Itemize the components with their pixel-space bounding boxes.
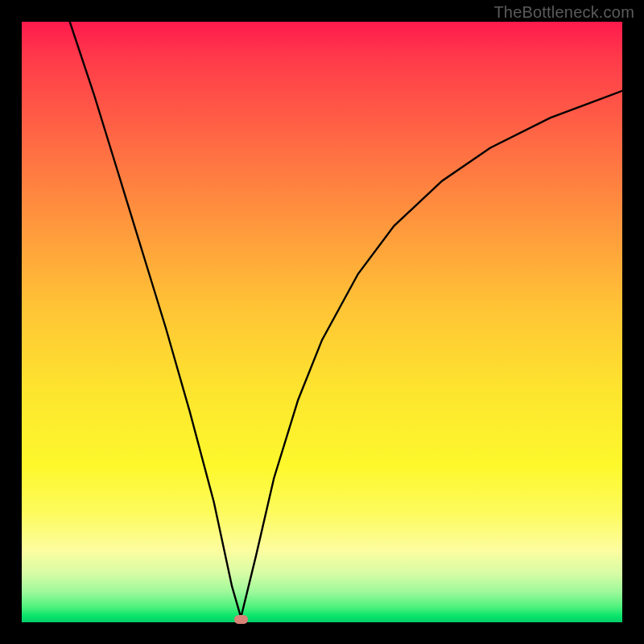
chart-area <box>22 22 622 622</box>
bottleneck-curve <box>22 22 622 622</box>
optimum-marker <box>234 615 248 624</box>
watermark-text: TheBottleneck.com <box>493 3 634 22</box>
